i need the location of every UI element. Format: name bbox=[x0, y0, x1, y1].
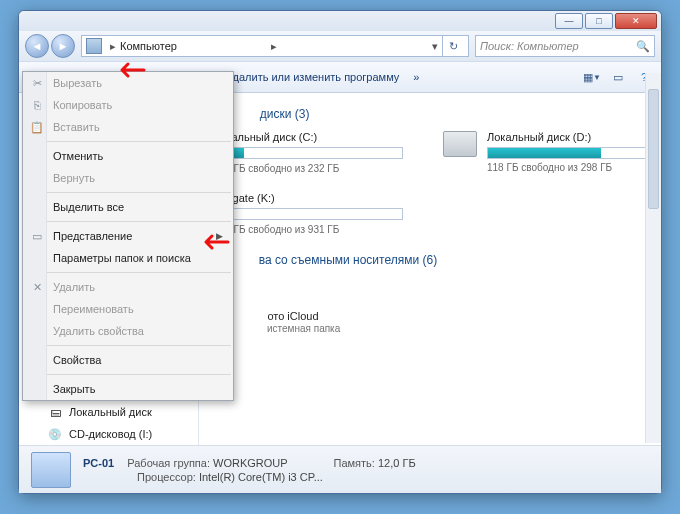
nav-forward-button[interactable]: ► bbox=[51, 34, 75, 58]
delete-icon: ✕ bbox=[29, 279, 45, 295]
memory-value: 12,0 ГБ bbox=[378, 457, 416, 469]
menu-label: Представление bbox=[53, 230, 132, 242]
menu-label: Выделить все bbox=[53, 201, 124, 213]
menu-label: Отменить bbox=[53, 150, 103, 162]
menu-copy[interactable]: ⎘Копировать bbox=[23, 94, 233, 116]
workgroup-value: WORKGROUP bbox=[213, 457, 287, 469]
menu-label: Вырезать bbox=[53, 77, 102, 89]
titlebar: — □ ✕ bbox=[19, 11, 661, 31]
menu-label: Удалить свойства bbox=[53, 325, 144, 337]
menu-redo[interactable]: Вернуть bbox=[23, 167, 233, 189]
paste-icon: 📋 bbox=[29, 119, 45, 135]
preview-pane-button[interactable]: ▭ bbox=[609, 68, 627, 86]
drive-label: Seagate (K:) bbox=[213, 192, 403, 204]
breadcrumb-computer[interactable]: Компьютер bbox=[120, 40, 267, 52]
menu-remove-properties[interactable]: Удалить свойства bbox=[23, 320, 233, 342]
menu-label: Свойства bbox=[53, 354, 101, 366]
memory-label: Память: bbox=[334, 457, 375, 469]
capacity-bar bbox=[213, 208, 403, 220]
refresh-button[interactable]: ↻ bbox=[442, 35, 464, 57]
layout-icon: ▭ bbox=[29, 228, 45, 244]
sidebar-item-cd-drive[interactable]: 💿 CD-дисковод (I:) bbox=[19, 423, 198, 445]
explorer-window: — □ ✕ ◄ ► ▸ Компьютер ▸ ▾ ↻ Поиск: Компь… bbox=[18, 10, 662, 494]
cut-icon: ✂ bbox=[29, 75, 45, 91]
menu-label: Закрыть bbox=[53, 383, 95, 395]
menu-cut[interactable]: ✂Вырезать bbox=[23, 72, 233, 94]
copy-icon: ⎘ bbox=[29, 97, 45, 113]
drive-free-space: 895 ГБ свободно из 931 ГБ bbox=[213, 223, 403, 235]
menu-close[interactable]: Закрыть bbox=[23, 378, 233, 400]
menu-properties[interactable]: Свойства bbox=[23, 349, 233, 371]
folder-label: Фото iCloud bbox=[259, 310, 340, 322]
uninstall-program-button[interactable]: Удалить или изменить программу bbox=[226, 71, 399, 83]
close-button[interactable]: ✕ bbox=[615, 13, 657, 29]
menu-label: Вернуть bbox=[53, 172, 95, 184]
cpu-label: Процессор: bbox=[137, 471, 196, 483]
breadcrumb-chevron-icon[interactable]: ▸ bbox=[267, 40, 281, 53]
search-input[interactable]: Поиск: Компьютер 🔍 bbox=[475, 35, 655, 57]
icloud-photos-folder[interactable]: Фото iCloud Системная папка bbox=[213, 307, 647, 337]
menu-label: Копировать bbox=[53, 99, 112, 111]
menu-select-all[interactable]: Выделить все bbox=[23, 196, 233, 218]
address-dropdown-icon[interactable]: ▾ bbox=[428, 40, 442, 53]
menu-undo[interactable]: Отменить bbox=[23, 145, 233, 167]
optical-drive-icon: 💿 bbox=[47, 426, 63, 442]
nav-back-button[interactable]: ◄ bbox=[25, 34, 49, 58]
computer-icon bbox=[86, 38, 102, 54]
pc-name: PC-01 bbox=[83, 457, 114, 469]
capacity-bar bbox=[487, 147, 661, 159]
menu-label: Параметры папок и поиска bbox=[53, 252, 191, 264]
menu-delete[interactable]: ✕Удалить bbox=[23, 276, 233, 298]
computer-icon bbox=[31, 452, 71, 488]
drive-free-space: 195 ГБ свободно из 232 ГБ bbox=[213, 162, 403, 174]
section-removable: Устройства со съемными носителями (6) bbox=[213, 253, 647, 267]
drive-d[interactable]: Локальный диск (D:) 118 ГБ свободно из 2… bbox=[443, 131, 633, 174]
content-pane: Жесткие Жесткие диски (3)диски (3) Локал… bbox=[199, 93, 661, 445]
menu-label: Вставить bbox=[53, 121, 100, 133]
search-placeholder: Поиск: Компьютер bbox=[480, 40, 579, 52]
menu-label: Переименовать bbox=[53, 303, 134, 315]
minimize-button[interactable]: — bbox=[555, 13, 583, 29]
sidebar-item-label: Локальный диск bbox=[69, 406, 152, 418]
submenu-arrow-icon: ▶ bbox=[216, 231, 223, 241]
menu-layout[interactable]: ▭Представление▶ bbox=[23, 225, 233, 247]
nav-buttons: ◄ ► bbox=[25, 34, 75, 58]
search-icon: 🔍 bbox=[636, 40, 650, 53]
drive-c[interactable]: Локальный диск (C:) 195 ГБ свободно из 2… bbox=[213, 131, 403, 174]
drive-icon bbox=[443, 131, 477, 157]
organize-menu: ✂Вырезать ⎘Копировать 📋Вставить Отменить… bbox=[22, 71, 234, 401]
address-bar-row: ◄ ► ▸ Компьютер ▸ ▾ ↻ Поиск: Компьютер 🔍 bbox=[19, 31, 661, 61]
drive-icon: 🖴 bbox=[47, 404, 63, 420]
menu-folder-options[interactable]: Параметры папок и поиска bbox=[23, 247, 233, 269]
folder-type: Системная папка bbox=[259, 322, 340, 334]
address-bar[interactable]: ▸ Компьютер ▸ ▾ ↻ bbox=[81, 35, 469, 57]
maximize-button[interactable]: □ bbox=[585, 13, 613, 29]
menu-paste[interactable]: 📋Вставить bbox=[23, 116, 233, 138]
vertical-scrollbar[interactable] bbox=[645, 73, 661, 443]
scrollbar-thumb[interactable] bbox=[648, 89, 659, 209]
view-mode-button[interactable]: ▦▼ bbox=[583, 68, 601, 86]
menu-rename[interactable]: Переименовать bbox=[23, 298, 233, 320]
drive-free-space: 118 ГБ свободно из 298 ГБ bbox=[487, 162, 633, 173]
cpu-value: Intel(R) Core(TM) i3 CP... bbox=[199, 471, 323, 483]
workgroup-label: Рабочая группа: bbox=[127, 457, 210, 469]
breadcrumb-chevron-icon[interactable]: ▸ bbox=[106, 40, 120, 53]
drive-k[interactable]: Seagate (K:) 895 ГБ свободно из 931 ГБ bbox=[213, 192, 403, 235]
details-pane: PC-01 Рабочая группа: WORKGROUP Память: … bbox=[19, 445, 661, 493]
menu-label: Удалить bbox=[53, 281, 95, 293]
sidebar-item-label: CD-дисковод (I:) bbox=[69, 428, 152, 440]
capacity-bar bbox=[213, 147, 403, 159]
section-hard-drives: Жесткие Жесткие диски (3)диски (3) bbox=[213, 107, 647, 121]
drive-label: Локальный диск (D:) bbox=[487, 131, 633, 143]
drive-label: Локальный диск (C:) bbox=[213, 131, 403, 143]
toolbar-overflow-button[interactable]: » bbox=[413, 71, 419, 83]
sidebar-item-local-disk[interactable]: 🖴 Локальный диск bbox=[19, 401, 198, 423]
